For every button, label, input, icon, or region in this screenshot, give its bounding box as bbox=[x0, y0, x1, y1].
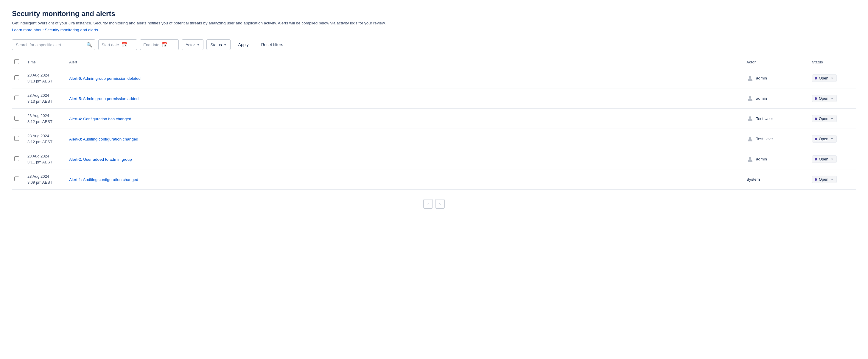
status-chevron-icon: ▼ bbox=[831, 178, 833, 181]
alert-link[interactable]: Alert-6: Admin group permission deleted bbox=[69, 76, 141, 81]
status-label: Open bbox=[819, 177, 828, 182]
status-dot bbox=[815, 158, 817, 160]
next-page-button[interactable]: › bbox=[435, 199, 445, 209]
start-date-label: Start date bbox=[101, 42, 119, 47]
calendar-icon-start: 📅 bbox=[122, 42, 127, 47]
search-input[interactable] bbox=[12, 39, 95, 50]
status-dot bbox=[815, 97, 817, 100]
row-checkbox-5[interactable] bbox=[14, 176, 19, 181]
actor-name: System bbox=[746, 177, 760, 182]
avatar-icon bbox=[746, 156, 754, 163]
status-label: Open bbox=[819, 137, 828, 141]
actor-dropdown[interactable]: Actor ▼ bbox=[182, 39, 204, 50]
status-badge[interactable]: Open ▼ bbox=[812, 74, 837, 82]
th-actor: Actor bbox=[743, 56, 808, 68]
row-checkbox-2[interactable] bbox=[14, 116, 19, 121]
status-badge[interactable]: Open ▼ bbox=[812, 95, 837, 102]
end-date-input[interactable]: End date 📅 bbox=[140, 39, 179, 50]
status-badge[interactable]: Open ▼ bbox=[812, 155, 837, 163]
time-cell: 23 Aug 20243:11 pm AEST bbox=[27, 153, 62, 165]
th-status: Status bbox=[808, 56, 856, 68]
status-label: Open bbox=[819, 157, 828, 161]
alerts-table-container: Time Alert Actor Status 23 Aug 20243:13 … bbox=[12, 56, 856, 190]
status-dot bbox=[815, 118, 817, 120]
status-badge[interactable]: Open ▼ bbox=[812, 176, 837, 183]
th-time: Time bbox=[24, 56, 65, 68]
status-dropdown-label: Status bbox=[210, 42, 222, 47]
th-alert: Alert bbox=[65, 56, 743, 68]
row-checkbox-0[interactable] bbox=[14, 75, 19, 80]
status-dot bbox=[815, 77, 817, 79]
svg-point-2 bbox=[749, 117, 751, 119]
status-badge[interactable]: Open ▼ bbox=[812, 135, 837, 142]
alert-link[interactable]: Alert-2: User added to admin group bbox=[69, 157, 132, 162]
alert-link[interactable]: Alert-3: Auditing configuration changed bbox=[69, 137, 138, 141]
actor-cell: admin bbox=[746, 156, 805, 163]
page-description: Get intelligent oversight of your Jira i… bbox=[12, 20, 856, 26]
apply-button[interactable]: Apply bbox=[234, 39, 253, 50]
actor-cell: admin bbox=[746, 75, 805, 82]
avatar-icon bbox=[746, 75, 754, 82]
prev-page-button[interactable]: ‹ bbox=[423, 199, 433, 209]
svg-point-3 bbox=[749, 137, 751, 139]
search-wrapper: 🔍 bbox=[12, 39, 95, 50]
actor-dropdown-label: Actor bbox=[186, 42, 195, 47]
calendar-icon-end: 📅 bbox=[162, 42, 168, 47]
row-checkbox-3[interactable] bbox=[14, 136, 19, 141]
end-date-label: End date bbox=[143, 42, 159, 47]
row-checkbox-4[interactable] bbox=[14, 156, 19, 161]
status-dot bbox=[815, 138, 817, 140]
actor-cell: Test User bbox=[746, 135, 805, 142]
table-row: 23 Aug 20243:13 pm AESTAlert-6: Admin gr… bbox=[12, 68, 856, 89]
status-chevron-icon: ▼ bbox=[831, 158, 833, 161]
time-cell: 23 Aug 20243:12 pm AEST bbox=[27, 133, 62, 145]
row-checkbox-1[interactable] bbox=[14, 96, 19, 100]
time-cell: 23 Aug 20243:12 pm AEST bbox=[27, 113, 62, 124]
svg-point-1 bbox=[749, 96, 751, 99]
table-row: 23 Aug 20243:12 pm AESTAlert-4: Configur… bbox=[12, 109, 856, 129]
status-label: Open bbox=[819, 117, 828, 121]
table-header-row: Time Alert Actor Status bbox=[12, 56, 856, 68]
th-checkbox bbox=[12, 56, 24, 68]
reset-filters-button[interactable]: Reset filters bbox=[256, 39, 288, 50]
actor-name: Test User bbox=[756, 117, 773, 121]
table-row: 23 Aug 20243:12 pm AESTAlert-3: Auditing… bbox=[12, 129, 856, 149]
avatar-icon bbox=[746, 95, 754, 102]
actor-cell: admin bbox=[746, 95, 805, 102]
actor-cell: System bbox=[746, 177, 805, 182]
actor-name: Test User bbox=[756, 137, 773, 141]
time-cell: 23 Aug 20243:13 pm AEST bbox=[27, 72, 62, 84]
actor-name: admin bbox=[756, 157, 767, 161]
start-date-input[interactable]: Start date 📅 bbox=[98, 39, 137, 50]
svg-point-0 bbox=[749, 76, 751, 78]
alert-link[interactable]: Alert-4: Configuration has changed bbox=[69, 117, 131, 121]
learn-more-link[interactable]: Learn more about Security monitoring and… bbox=[12, 28, 99, 32]
table-row: 23 Aug 20243:13 pm AESTAlert-5: Admin gr… bbox=[12, 89, 856, 109]
page-title: Security monitoring and alerts bbox=[12, 9, 856, 18]
table-row: 23 Aug 20243:11 pm AESTAlert-2: User add… bbox=[12, 149, 856, 169]
table-row: 23 Aug 20243:09 pm AESTAlert-1: Auditing… bbox=[12, 169, 856, 190]
alert-link[interactable]: Alert-1: Auditing configuration changed bbox=[69, 177, 138, 182]
actor-name: admin bbox=[756, 76, 767, 80]
status-label: Open bbox=[819, 76, 828, 80]
avatar-icon bbox=[746, 135, 754, 142]
status-badge[interactable]: Open ▼ bbox=[812, 115, 837, 122]
status-chevron-icon: ▼ bbox=[831, 77, 833, 80]
actor-chevron-icon: ▼ bbox=[197, 43, 200, 46]
alerts-table: Time Alert Actor Status 23 Aug 20243:13 … bbox=[12, 56, 856, 190]
select-all-checkbox[interactable] bbox=[14, 59, 19, 64]
time-cell: 23 Aug 20243:09 pm AEST bbox=[27, 173, 62, 185]
status-chevron-icon: ▼ bbox=[831, 97, 833, 100]
status-chevron-icon: ▼ bbox=[831, 117, 833, 120]
status-dropdown[interactable]: Status ▼ bbox=[207, 39, 230, 50]
status-dot bbox=[815, 178, 817, 181]
status-chevron-icon: ▼ bbox=[831, 137, 833, 140]
avatar-icon bbox=[746, 115, 754, 122]
status-chevron-icon: ▼ bbox=[224, 43, 227, 46]
status-label: Open bbox=[819, 96, 828, 101]
filters-bar: 🔍 Start date 📅 End date 📅 Actor ▼ Status… bbox=[12, 39, 856, 50]
actor-cell: Test User bbox=[746, 115, 805, 122]
actor-name: admin bbox=[756, 96, 767, 101]
alert-link[interactable]: Alert-5: Admin group permission added bbox=[69, 96, 138, 101]
time-cell: 23 Aug 20243:13 pm AEST bbox=[27, 93, 62, 104]
